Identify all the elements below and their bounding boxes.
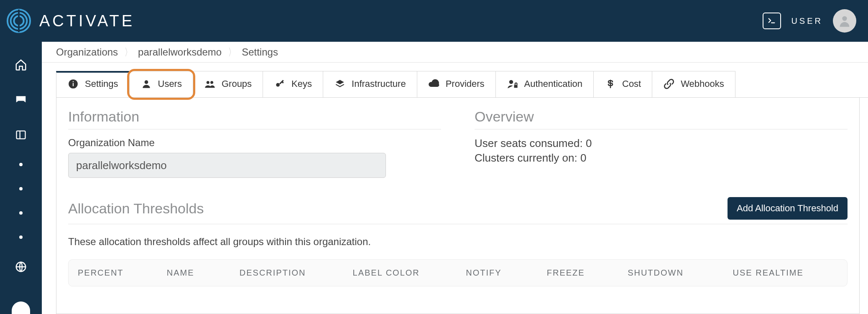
col-use-realtime: USE REALTIME (733, 268, 838, 278)
overview-clusters-label: Clusters currently on: (475, 152, 577, 164)
users-icon (204, 78, 216, 90)
svg-point-12 (144, 80, 148, 84)
col-notify: NOTIFY (466, 268, 546, 278)
brand-name: ACTIVATE (39, 12, 135, 30)
globe-icon[interactable] (14, 260, 28, 274)
sidebar-dot-4[interactable] (19, 236, 23, 239)
svg-rect-17 (514, 85, 517, 88)
inbox-icon[interactable] (14, 93, 28, 107)
section-title-overview: Overview (475, 109, 848, 129)
col-name: NAME (167, 268, 240, 278)
col-freeze: FREEZE (547, 268, 628, 278)
svg-point-14 (210, 81, 213, 84)
tab-infrastructure[interactable]: Infrastructure (323, 71, 417, 97)
overview-clusters: Clusters currently on: 0 (475, 152, 848, 165)
user-label: USER (791, 16, 823, 26)
svg-rect-11 (73, 81, 74, 82)
sidebar-active-indicator (12, 301, 30, 314)
breadcrumb-organizations[interactable]: Organizations (56, 46, 118, 58)
tab-settings[interactable]: Settings (56, 71, 130, 97)
section-title-allocation: Allocation Thresholds (68, 200, 204, 217)
cloud-icon (428, 78, 440, 90)
tab-label: Providers (446, 78, 485, 89)
sidebar (0, 42, 42, 314)
overview-clusters-value: 0 (580, 152, 586, 164)
svg-point-15 (276, 83, 280, 87)
tab-keys[interactable]: Keys (263, 71, 323, 97)
add-allocation-threshold-button[interactable]: Add Allocation Threshold (728, 197, 848, 220)
breadcrumb: Organizations 〉 parallelworksdemo 〉 Sett… (42, 42, 868, 63)
svg-point-5 (842, 16, 847, 21)
brand: ACTIVATE (6, 8, 135, 34)
brand-logo-icon (6, 8, 32, 34)
allocation-description: These allocation thresholds affect all g… (68, 236, 848, 248)
col-description: DESCRIPTION (240, 268, 353, 278)
tabs: Settings Users Groups Keys (56, 71, 868, 98)
allocation-table-header: PERCENT NAME DESCRIPTION LABEL COLOR NOT… (68, 259, 848, 286)
breadcrumb-settings[interactable]: Settings (242, 46, 278, 58)
topbar-right: USER (763, 9, 856, 33)
tab-cost[interactable]: Cost (593, 71, 652, 97)
breadcrumb-org-name[interactable]: parallelworksdemo (138, 46, 222, 58)
main: Organizations 〉 parallelworksdemo 〉 Sett… (42, 42, 868, 314)
org-name-field[interactable] (68, 153, 386, 178)
info-circle-icon (67, 78, 79, 90)
dollar-icon (605, 78, 616, 90)
key-icon (274, 78, 286, 90)
overview-section: Overview User seats consumed: 0 Clusters… (475, 109, 848, 178)
topbar: ACTIVATE USER (0, 0, 868, 42)
settings-panel: Information Organization Name Overview U… (56, 98, 860, 314)
section-title-information: Information (68, 109, 441, 129)
link-icon (663, 78, 675, 90)
tab-webhooks[interactable]: Webhooks (652, 71, 735, 97)
tab-providers[interactable]: Providers (417, 71, 496, 97)
chevron-right-icon: 〉 (228, 46, 235, 59)
user-icon (140, 78, 152, 90)
layers-icon (334, 78, 346, 90)
tab-label: Infrastructure (352, 78, 406, 89)
org-name-label: Organization Name (68, 137, 441, 149)
tab-label: Groups (222, 78, 252, 89)
user-lock-icon (507, 78, 518, 90)
overview-seats-value: 0 (586, 137, 592, 149)
tab-label: Settings (85, 78, 118, 89)
sidebar-dot-2[interactable] (19, 187, 23, 190)
tab-label: Cost (622, 78, 641, 89)
information-section: Information Organization Name (68, 109, 441, 178)
tab-label: Users (158, 78, 182, 89)
svg-rect-6 (17, 131, 26, 139)
tab-label: Authentication (524, 78, 582, 89)
svg-point-16 (509, 80, 513, 84)
overview-seats: User seats consumed: 0 (475, 137, 848, 150)
svg-rect-10 (73, 83, 74, 86)
col-percent: PERCENT (78, 268, 167, 278)
home-icon[interactable] (14, 58, 28, 72)
col-shutdown: SHUTDOWN (628, 268, 733, 278)
sidebar-dot-1[interactable] (19, 163, 23, 166)
overview-seats-label: User seats consumed: (475, 137, 583, 149)
chevron-right-icon: 〉 (125, 46, 132, 59)
avatar[interactable] (833, 9, 856, 33)
panel-icon[interactable] (14, 128, 28, 142)
tab-users[interactable]: Users (129, 71, 193, 97)
tab-groups[interactable]: Groups (193, 71, 263, 97)
sidebar-dot-3[interactable] (19, 211, 23, 215)
tab-label: Webhooks (681, 78, 724, 89)
svg-point-13 (207, 81, 209, 84)
tab-authentication[interactable]: Authentication (495, 71, 594, 97)
terminal-button[interactable] (763, 13, 781, 29)
tab-label: Keys (291, 78, 312, 89)
allocation-header: Allocation Thresholds Add Allocation Thr… (68, 197, 848, 224)
col-label-color: LABEL COLOR (353, 268, 466, 278)
